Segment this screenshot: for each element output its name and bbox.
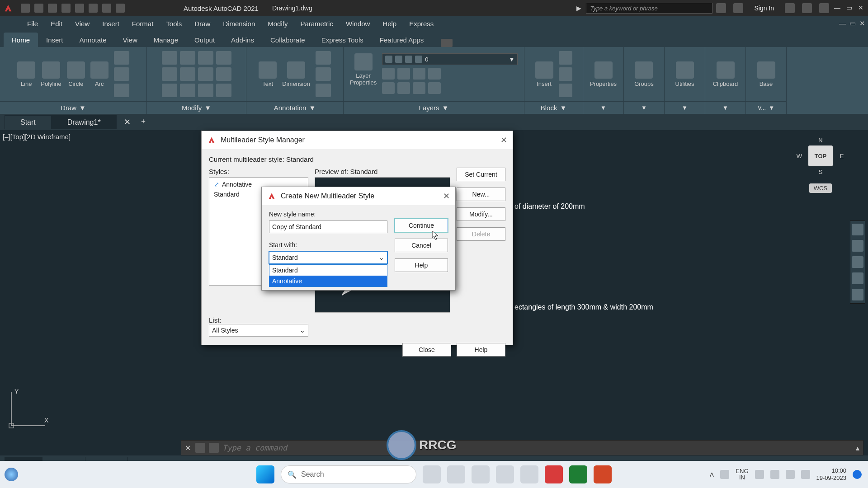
tool-layer-properties[interactable]: Layer Properties — [350, 53, 377, 94]
doc-close-icon[interactable]: ✕ — [859, 19, 865, 28]
menu-express[interactable]: Express — [409, 20, 434, 28]
tool-circle[interactable]: Circle — [67, 61, 85, 87]
menu-edit[interactable]: Edit — [51, 20, 62, 28]
signin-link[interactable]: Sign In — [754, 5, 774, 12]
draw-flyout-icon[interactable] — [114, 67, 129, 81]
menu-format[interactable]: Format — [132, 20, 154, 28]
viewcube-n[interactable]: N — [818, 137, 822, 144]
help-icon[interactable] — [819, 3, 829, 13]
tool-text[interactable]: Text — [259, 61, 277, 87]
menu-view[interactable]: View — [75, 20, 90, 28]
tab-manage[interactable]: Manage — [146, 33, 186, 47]
doc-minimize-icon[interactable]: — — [839, 19, 846, 28]
block-tool-icon[interactable] — [559, 84, 572, 97]
doc-tab-start[interactable]: Start — [5, 115, 52, 129]
panel-annotation-title[interactable]: Annotation▼ — [246, 101, 343, 114]
panel-utilities-title[interactable]: ▼ — [665, 101, 705, 114]
tab-view[interactable]: View — [115, 33, 146, 47]
cns-option-standard[interactable]: Standard — [269, 265, 387, 276]
annotation-flyout-icon[interactable] — [316, 67, 331, 81]
layer-tool-icon[interactable] — [428, 82, 441, 94]
user-icon[interactable] — [733, 3, 743, 13]
viewport-label[interactable]: [–][Top][2D Wireframe] — [3, 133, 71, 141]
tool-insert-block[interactable]: Insert — [535, 61, 553, 87]
panel-draw-title[interactable]: Draw▼ — [0, 101, 146, 114]
app-dell-icon[interactable] — [520, 465, 538, 483]
full-nav-wheel-icon[interactable] — [852, 224, 863, 235]
tab-collaborate[interactable]: Collaborate — [262, 33, 313, 47]
modify-tool-icon[interactable] — [162, 67, 177, 81]
start-icon[interactable] — [256, 465, 274, 483]
tray-language[interactable]: ENG — [736, 468, 748, 474]
panel-properties-title[interactable]: ▼ — [583, 101, 623, 114]
tray-volume-icon[interactable] — [786, 470, 795, 479]
search-icon[interactable] — [716, 3, 726, 13]
showmotion-icon[interactable] — [852, 289, 863, 300]
layer-tool-icon[interactable] — [382, 68, 395, 80]
layer-tool-icon[interactable] — [397, 82, 410, 94]
cart-icon[interactable] — [785, 3, 795, 13]
save-icon[interactable] — [48, 4, 57, 13]
tab-addins[interactable]: Add-ins — [223, 33, 262, 47]
command-line[interactable]: ✕ ▴ — [181, 440, 863, 455]
tab-output[interactable]: Output — [186, 33, 223, 47]
tab-annotate[interactable]: Annotate — [71, 33, 115, 47]
panel-block-title[interactable]: Block▼ — [524, 101, 583, 114]
viewcube-e[interactable]: E — [840, 153, 844, 160]
tool-clipboard[interactable]: Clipboard — [713, 61, 738, 87]
wcs-label[interactable]: WCS — [809, 183, 832, 193]
block-tool-icon[interactable] — [559, 51, 572, 65]
annotation-flyout-icon[interactable] — [316, 51, 331, 65]
mlsm-close-button[interactable]: Close — [402, 343, 451, 357]
panel-groups-title[interactable]: ▼ — [624, 101, 664, 114]
cns-option-annotative[interactable]: Annotative — [269, 276, 387, 286]
modify-tool-icon[interactable] — [216, 51, 231, 65]
tray-notification-icon[interactable] — [853, 470, 862, 479]
mlsm-help-button[interactable]: Help — [457, 343, 505, 357]
menu-tools[interactable]: Tools — [166, 20, 182, 28]
cns-cancel-button[interactable]: Cancel — [395, 239, 448, 252]
undo-icon[interactable] — [102, 4, 111, 13]
app-store-icon[interactable] — [496, 465, 514, 483]
modify-tool-icon[interactable] — [198, 84, 213, 97]
share-icon[interactable]: ▶ — [576, 5, 581, 12]
tool-groups[interactable]: Groups — [634, 61, 654, 87]
layer-combo[interactable]: 0 ▼ — [382, 53, 518, 65]
tray-clock[interactable]: 10:00 19-09-2023 — [816, 467, 847, 481]
tool-line[interactable]: Line — [17, 61, 35, 87]
tab-home[interactable]: Home — [4, 33, 38, 47]
tab-extra-icon[interactable] — [441, 39, 453, 47]
web-mobile-icon[interactable] — [75, 4, 84, 13]
modify-tool-icon[interactable] — [162, 84, 177, 97]
panel-view-title[interactable]: V...▼ — [746, 101, 786, 114]
draw-flyout-icon[interactable] — [114, 84, 129, 97]
cns-name-input[interactable]: Copy of Standard — [269, 221, 387, 233]
cmd-customize-icon[interactable] — [195, 443, 205, 453]
menu-file[interactable]: File — [27, 20, 38, 28]
modify-tool-icon[interactable] — [216, 67, 231, 81]
doc-restore-icon[interactable]: ▭ — [849, 19, 856, 28]
zoom-extents-icon[interactable] — [852, 256, 863, 268]
close-icon[interactable]: ✕ — [856, 4, 865, 12]
cns-close-icon[interactable]: ✕ — [443, 191, 450, 201]
tab-insert[interactable]: Insert — [38, 33, 71, 47]
block-tool-icon[interactable] — [559, 67, 572, 81]
cmd-close-icon[interactable]: ✕ — [185, 444, 191, 452]
new-icon[interactable] — [21, 4, 30, 13]
modify-tool-icon[interactable] — [216, 84, 231, 97]
cns-continue-button[interactable]: Continue — [395, 219, 448, 232]
app-powerpoint-icon[interactable] — [594, 465, 612, 483]
redo-icon[interactable] — [116, 4, 125, 13]
tool-properties[interactable]: Properties — [590, 61, 617, 87]
modify-tool-icon[interactable] — [162, 51, 177, 65]
menu-draw[interactable]: Draw — [194, 20, 210, 28]
cns-help-button[interactable]: Help — [395, 258, 448, 272]
app-autocad-icon[interactable] — [545, 465, 563, 483]
taskview-icon[interactable] — [423, 465, 441, 483]
tool-polyline[interactable]: Polyline — [41, 61, 61, 87]
mlsm-modify-button[interactable]: Modify... — [457, 207, 505, 221]
menu-parametric[interactable]: Parametric — [300, 20, 333, 28]
orbit-icon[interactable] — [852, 272, 863, 284]
tool-base-view[interactable]: Base — [757, 61, 775, 87]
modify-tool-icon[interactable] — [198, 67, 213, 81]
